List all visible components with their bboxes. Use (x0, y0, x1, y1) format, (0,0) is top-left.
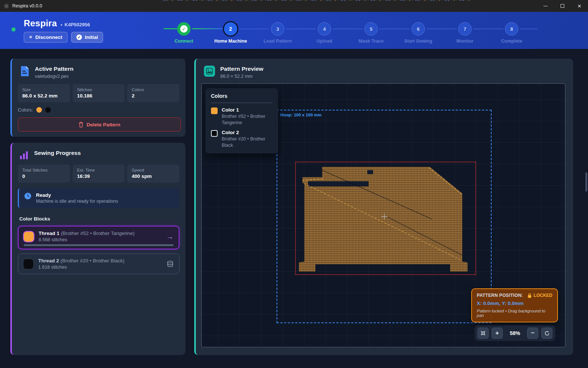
legend-color-name: Color 1 (222, 107, 272, 113)
zoom-out-button[interactable]: − (527, 328, 538, 339)
thread-1-card[interactable]: Thread 1 (Brother #52 • Brother Tangerin… (18, 226, 179, 249)
fit-view-button[interactable] (478, 328, 489, 339)
disconnect-label: Disconnect (35, 34, 62, 40)
panel-title: Sewing Progress (34, 150, 81, 156)
step-label: Mask Trace (348, 39, 394, 44)
reset-view-button[interactable] (541, 328, 552, 339)
active-pattern-panel: Active Pattern valetudogv2.pes Size 86.0… (10, 59, 185, 137)
close-button[interactable]: ✕ (571, 0, 588, 12)
close-icon: ✕ (578, 3, 582, 9)
thread-name: Thread 2 (38, 258, 59, 263)
app-name: Respira (24, 18, 57, 29)
color-blocks-label: Color Blocks (12, 216, 185, 222)
position-hint: Pattern locked • Drag background to pan (477, 309, 552, 318)
check-icon: ✓ (180, 25, 188, 33)
legend-color-detail: Brother #52 • Brother Tangerine (222, 113, 272, 126)
color-swatch-2 (45, 107, 51, 113)
step-circle[interactable]: 7 (458, 22, 472, 36)
color-swatch-1 (36, 107, 42, 113)
legend-color-name: Color 2 (222, 130, 272, 135)
connection-status-dot (11, 27, 16, 32)
pattern-dimensions: 86.0 × 52.2 mm (220, 74, 263, 79)
header: Respira • K4P502956 ✕ Disconnect ✓ Initi… (0, 12, 588, 49)
zoom-in-button[interactable]: + (492, 328, 503, 339)
app-window: Respira v0.0.0 ✕ Respira • K4P502956 ✕ D… (0, 0, 588, 368)
stitch-path-line (304, 183, 460, 260)
lock-state: LOCKED (534, 293, 552, 298)
thread-stitches: 1.618 stitches (38, 265, 125, 270)
image-icon (204, 66, 215, 77)
step-circle[interactable]: 8 (505, 22, 518, 36)
legend-item: Color 2 Brother #20 • Brother Black (211, 130, 272, 149)
hoop-label: Hoop: 100 x 100 mm (280, 113, 321, 117)
wizard-stepper: ✓ Connect 2 Home Machine 3 Load Pattern … (161, 12, 539, 49)
machine-status: Ready Machine is idle and ready for oper… (18, 188, 179, 208)
step-circle[interactable]: 6 (412, 22, 425, 36)
step-start-sewing[interactable]: 6 Start Sewing (395, 22, 442, 44)
sewing-progress-panel: Sewing Progress Total Stitches 0 Est. Ti… (10, 143, 185, 355)
colors-label: Colors: (18, 107, 33, 113)
app-icon (4, 3, 9, 9)
center-crosshair (381, 213, 387, 220)
initial-button[interactable]: ✓ Initial (71, 32, 103, 43)
titlebar: Respira v0.0.0 ✕ (0, 0, 588, 12)
x-icon: ✕ (29, 35, 32, 40)
step-label: Monitor (442, 39, 488, 44)
delete-pattern-button[interactable]: Delete Pattern (18, 117, 181, 132)
minimize-button[interactable] (537, 0, 554, 12)
status-message: Machine is idle and ready for operations (36, 199, 118, 204)
step-circle[interactable]: 4 (318, 22, 331, 36)
thread-progress-bar (24, 244, 174, 246)
step-monitor[interactable]: 7 Monitor (442, 22, 488, 44)
step-circle-done[interactable]: ✓ (177, 22, 191, 36)
panel-title: Pattern Preview (220, 66, 263, 72)
initial-label: Initial (85, 34, 98, 40)
thread-detail: (Brother #20 • Brother Black) (60, 258, 125, 263)
jump-stitch-line (320, 169, 432, 219)
stitch-path-line (302, 179, 323, 181)
fit-view-icon (480, 331, 486, 336)
step-circle[interactable]: 5 (364, 22, 378, 36)
stat-colors: Colors 2 (127, 84, 179, 102)
thread-1-swatch (24, 232, 34, 242)
panel-title: Active Pattern (35, 66, 73, 72)
step-home-machine[interactable]: 2 Home Machine (207, 22, 254, 44)
colors-legend: Colors Color 1 Brother #52 • Brother Tan… (205, 88, 278, 153)
status-title: Ready (36, 192, 118, 198)
bar-chart-icon (20, 150, 29, 159)
maximize-button[interactable] (554, 0, 571, 12)
step-circle[interactable]: 3 (271, 22, 284, 36)
stat-est-time: Est. Time 16:39 (73, 165, 125, 183)
stat-size: Size 86.0 x 52.2 mm (18, 84, 70, 102)
minimize-icon (544, 6, 548, 6)
thread-detail: (Brother #52 • Brother Tangerine) (61, 231, 135, 236)
vertical-scrollbar-thumb[interactable] (585, 172, 587, 192)
step-connect[interactable]: ✓ Connect (161, 22, 207, 44)
step-mask-trace[interactable]: 5 Mask Trace (348, 22, 394, 44)
pattern-notch (367, 170, 373, 174)
thread-2-card[interactable]: Thread 2 (Brother #20 • Brother Black) 1… (18, 253, 179, 274)
pattern-gap (308, 181, 369, 186)
stat-stitches: Stitches 10.186 (73, 84, 125, 102)
trash-icon (79, 122, 83, 127)
step-label: Load Pattern (254, 39, 301, 44)
check-circle-icon: ✓ (76, 34, 82, 40)
step-circle-active[interactable]: 2 (224, 22, 237, 36)
step-complete[interactable]: 8 Complete (488, 22, 535, 44)
preview-canvas[interactable]: Hoop: 100 x 100 mm Colors (201, 83, 565, 347)
disconnect-button[interactable]: ✕ Disconnect (24, 32, 67, 43)
database-icon (166, 261, 174, 267)
stat-total-stitches: Total Stitches 0 (18, 165, 70, 183)
step-load-pattern[interactable]: 3 Load Pattern (254, 22, 301, 44)
legend-swatch-1 (211, 107, 218, 114)
machine-serial: • K4P502956 (60, 22, 90, 27)
plus-icon: + (495, 329, 499, 337)
serial-separator: • (60, 22, 62, 27)
thread-stitches: 8.568 stitches (39, 237, 135, 242)
step-upload[interactable]: 4 Upload (301, 22, 348, 44)
refresh-icon (544, 331, 550, 336)
window-title: Respira v0.0.0 (12, 3, 42, 9)
minus-icon: − (531, 329, 535, 337)
step-label: Home Machine (207, 39, 254, 44)
thread-2-swatch (23, 259, 33, 269)
